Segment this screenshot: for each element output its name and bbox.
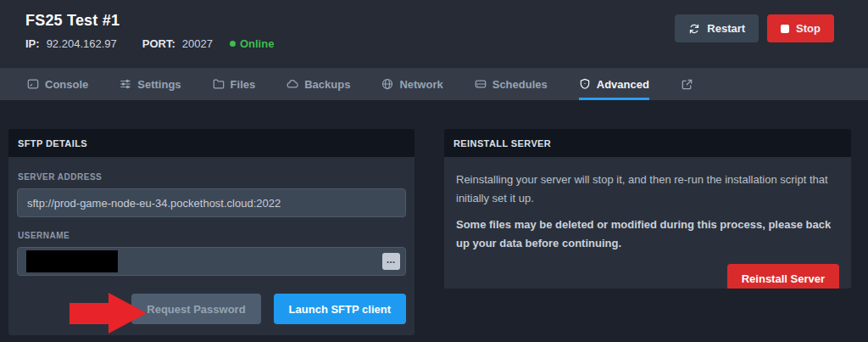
server-meta: IP: 92.204.162.97 PORT: 20027 Online <box>25 37 274 50</box>
sftp-actions: Request Password Launch SFTP client <box>17 294 406 324</box>
external-link-icon <box>681 78 693 91</box>
reinstall-warning: Some files may be deleted or modified du… <box>456 216 839 253</box>
sftp-panel-title: SFTP DETAILS <box>8 129 415 157</box>
sftp-details-panel: SFTP DETAILS SERVER ADDRESS USERNAME •••… <box>8 129 415 335</box>
online-dot-icon <box>230 41 236 47</box>
files-icon <box>213 78 225 90</box>
reinstall-panel-title: REINSTALL SERVER <box>444 129 851 157</box>
status-text: Online <box>240 37 274 50</box>
username-more-button[interactable]: ••• <box>382 253 400 270</box>
tab-network[interactable]: Network <box>381 68 442 100</box>
ellipsis-icon: ••• <box>387 259 395 265</box>
restart-icon <box>688 23 700 35</box>
reinstall-actions: Reinstall Server <box>456 264 839 289</box>
network-icon <box>381 78 393 90</box>
ip-value: 92.204.162.97 <box>47 37 117 50</box>
tab-settings[interactable]: Settings <box>120 68 181 100</box>
username-label: USERNAME <box>18 231 406 240</box>
main-content: SFTP DETAILS SERVER ADDRESS USERNAME •••… <box>0 100 868 335</box>
stop-button-label: Stop <box>796 22 821 35</box>
stop-icon <box>781 25 789 33</box>
sftp-panel-body: SERVER ADDRESS USERNAME ••• Request Pass… <box>8 157 415 335</box>
tab-backups-label: Backups <box>304 78 350 91</box>
reinstall-server-button[interactable]: Reinstall Server <box>727 264 839 289</box>
tab-files[interactable]: Files <box>213 68 256 100</box>
settings-icon <box>120 78 131 90</box>
tab-schedules-label: Schedules <box>492 78 548 91</box>
server-address-input[interactable] <box>17 188 406 217</box>
open-external-button[interactable] <box>681 68 693 100</box>
backups-icon <box>287 78 298 90</box>
restart-button[interactable]: Restart <box>675 14 759 42</box>
tab-settings-label: Settings <box>137 78 181 91</box>
tab-bar: Console Settings Files Backups <box>0 68 868 100</box>
schedules-icon <box>475 78 487 90</box>
stop-button[interactable]: Stop <box>767 14 834 42</box>
tab-files-label: Files <box>231 78 256 91</box>
tab-network-label: Network <box>399 78 442 91</box>
shield-icon <box>579 78 591 90</box>
reinstall-panel-body: Reinstalling your server will stop it, a… <box>444 157 851 289</box>
tab-console[interactable]: Console <box>27 68 88 100</box>
header-actions: Restart Stop <box>675 14 834 42</box>
reinstall-description: Reinstalling your server will stop it, a… <box>456 171 839 208</box>
tab-advanced-label: Advanced <box>597 78 649 91</box>
username-input[interactable] <box>17 247 406 276</box>
launch-sftp-client-button[interactable]: Launch SFTP client <box>274 294 406 324</box>
page-title: FS25 Test #1 <box>25 12 274 30</box>
reinstall-server-panel: REINSTALL SERVER Reinstalling your serve… <box>444 129 851 289</box>
restart-button-label: Restart <box>707 22 745 35</box>
server-info: FS25 Test #1 IP: 92.204.162.97 PORT: 200… <box>25 12 274 50</box>
tab-schedules[interactable]: Schedules <box>475 68 548 100</box>
request-password-button[interactable]: Request Password <box>131 294 260 324</box>
port-label: PORT: <box>142 37 175 50</box>
tab-console-label: Console <box>45 78 88 91</box>
tab-advanced[interactable]: Advanced <box>579 68 649 100</box>
tab-backups[interactable]: Backups <box>287 68 350 100</box>
ip-label: IP: <box>25 37 40 50</box>
status-badge: Online <box>230 37 274 50</box>
console-icon <box>27 78 39 90</box>
port-value: 20027 <box>182 37 213 50</box>
server-header: FS25 Test #1 IP: 92.204.162.97 PORT: 200… <box>0 0 868 68</box>
server-address-label: SERVER ADDRESS <box>18 172 406 182</box>
username-redaction <box>26 250 118 272</box>
